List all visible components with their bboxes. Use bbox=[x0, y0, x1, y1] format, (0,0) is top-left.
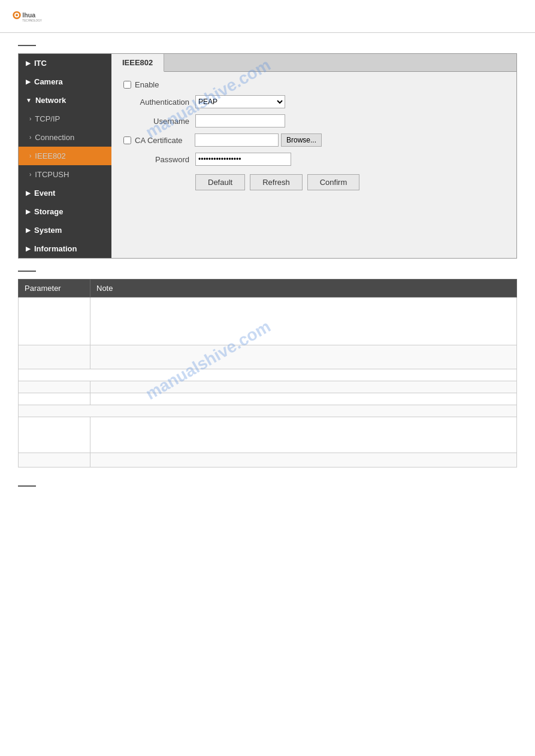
authentication-select[interactable]: PEAP TLS TTLS bbox=[195, 95, 285, 108]
username-label: Username bbox=[123, 117, 189, 126]
main-content: ▶ ITC ▶ Camera ▼ Network › TCP/IP › bbox=[0, 33, 535, 506]
sidebar-label-camera: Camera bbox=[34, 77, 63, 86]
sidebar: ▶ ITC ▶ Camera ▼ Network › TCP/IP › bbox=[19, 54, 111, 258]
sidebar-label-information: Information bbox=[34, 244, 77, 253]
enable-row: Enable bbox=[123, 80, 504, 89]
table-row bbox=[19, 297, 517, 345]
sidebar-label-ieee802: IEEE802 bbox=[35, 151, 65, 160]
sidebar-label-event: Event bbox=[34, 189, 55, 198]
sidebar-item-itcpush[interactable]: › ITCPUSH bbox=[19, 165, 111, 184]
sidebar-item-camera[interactable]: ▶ Camera bbox=[19, 72, 111, 91]
itcpush-arrow: › bbox=[29, 171, 31, 178]
action-buttons: Default Refresh Confirm bbox=[123, 174, 504, 190]
network-arrow: ▼ bbox=[26, 97, 32, 104]
tab-label: IEEE802 bbox=[122, 58, 153, 67]
header: lhua TECHNOLOGY bbox=[0, 0, 535, 33]
sidebar-label-storage: Storage bbox=[34, 207, 63, 216]
table-cell-param-5 bbox=[19, 405, 517, 417]
sidebar-item-connection[interactable]: › Connection bbox=[19, 128, 111, 147]
svg-point-2 bbox=[16, 14, 18, 16]
table-row bbox=[19, 393, 517, 405]
table-cell-param-1 bbox=[19, 345, 90, 369]
table-cell-param-6 bbox=[19, 417, 90, 453]
sidebar-item-tcpip[interactable]: › TCP/IP bbox=[19, 110, 111, 128]
table-cell-param-7 bbox=[19, 453, 90, 467]
connection-arrow: › bbox=[29, 134, 31, 141]
system-arrow: ▶ bbox=[26, 227, 31, 233]
table-cell-param-0 bbox=[19, 297, 90, 345]
sidebar-item-itc[interactable]: ▶ ITC bbox=[19, 54, 111, 72]
table-row bbox=[19, 369, 517, 381]
password-row: Password bbox=[123, 153, 504, 166]
sidebar-label-connection: Connection bbox=[35, 133, 74, 142]
table-cell-note-7 bbox=[90, 453, 517, 467]
table-row bbox=[19, 417, 517, 453]
sidebar-item-information[interactable]: ▶ Information bbox=[19, 239, 111, 258]
default-button[interactable]: Default bbox=[195, 174, 245, 190]
logo: lhua TECHNOLOGY bbox=[12, 6, 48, 28]
table-row bbox=[19, 405, 517, 417]
ca-certificate-row: CA Certificate Browse... bbox=[123, 133, 504, 147]
username-input[interactable] bbox=[195, 114, 285, 127]
ui-panel: ▶ ITC ▶ Camera ▼ Network › TCP/IP › bbox=[18, 53, 517, 259]
doc-table: Parameter Note bbox=[18, 279, 517, 467]
username-row: Username bbox=[123, 114, 504, 127]
table-cell-note-6 bbox=[90, 417, 517, 453]
camera-arrow: ▶ bbox=[26, 78, 31, 85]
refresh-button[interactable]: Refresh bbox=[250, 174, 303, 190]
table-cell-param-3 bbox=[19, 381, 90, 393]
confirm-button[interactable]: Confirm bbox=[307, 174, 360, 190]
ca-certificate-input[interactable] bbox=[195, 133, 279, 147]
table-cell-param-2 bbox=[19, 369, 517, 381]
ca-certificate-checkbox[interactable] bbox=[123, 136, 131, 144]
table-row bbox=[19, 453, 517, 467]
table-header-note: Note bbox=[90, 280, 517, 297]
tab-ieee802[interactable]: IEEE802 bbox=[111, 54, 164, 72]
divider-top bbox=[18, 45, 36, 46]
enable-checkbox[interactable] bbox=[123, 81, 131, 89]
browse-button[interactable]: Browse... bbox=[281, 133, 322, 147]
sidebar-label-network: Network bbox=[35, 96, 66, 105]
tcpip-arrow: › bbox=[29, 116, 31, 122]
ca-certificate-label: CA Certificate bbox=[135, 136, 189, 145]
sidebar-item-system[interactable]: ▶ System bbox=[19, 221, 111, 239]
sidebar-label-itc: ITC bbox=[34, 59, 47, 68]
table-cell-param-4 bbox=[19, 393, 90, 405]
table-header-param: Parameter bbox=[19, 280, 90, 297]
sidebar-item-event[interactable]: ▶ Event bbox=[19, 184, 111, 202]
authentication-label: Authentication bbox=[123, 98, 189, 107]
ui-panel-wrapper: ▶ ITC ▶ Camera ▼ Network › TCP/IP › bbox=[18, 53, 517, 271]
sidebar-label-itcpush: ITCPUSH bbox=[35, 170, 69, 179]
event-arrow: ▶ bbox=[26, 190, 31, 196]
divider-bottom bbox=[18, 485, 36, 487]
sidebar-item-network[interactable]: ▼ Network bbox=[19, 91, 111, 110]
form-area: Enable Authentication PEAP TLS TTLS User bbox=[111, 72, 516, 199]
ieee802-arrow: › bbox=[29, 153, 31, 159]
sidebar-label-tcpip: TCP/IP bbox=[35, 114, 60, 123]
tab-header: IEEE802 bbox=[111, 54, 516, 72]
table-row bbox=[19, 381, 517, 393]
sidebar-label-system: System bbox=[34, 226, 62, 235]
content-panel: IEEE802 Enable Authentication PEAP bbox=[111, 54, 516, 258]
table-cell-note-1 bbox=[90, 345, 517, 369]
password-input[interactable] bbox=[195, 153, 291, 166]
dahua-logo: lhua TECHNOLOGY bbox=[12, 6, 48, 28]
svg-text:TECHNOLOGY: TECHNOLOGY bbox=[22, 19, 42, 22]
storage-arrow: ▶ bbox=[26, 208, 31, 215]
svg-text:lhua: lhua bbox=[22, 11, 35, 19]
table-cell-note-4 bbox=[90, 393, 517, 405]
sidebar-item-storage[interactable]: ▶ Storage bbox=[19, 202, 111, 221]
sidebar-item-ieee802[interactable]: › IEEE802 bbox=[19, 147, 111, 165]
table-cell-note-3 bbox=[90, 381, 517, 393]
table-row bbox=[19, 345, 517, 369]
authentication-row: Authentication PEAP TLS TTLS bbox=[123, 95, 504, 108]
table-cell-note-0 bbox=[90, 297, 517, 345]
password-label: Password bbox=[123, 155, 189, 164]
enable-label: Enable bbox=[135, 80, 159, 89]
itc-arrow: ▶ bbox=[26, 60, 31, 66]
divider-mid bbox=[18, 271, 36, 272]
information-arrow: ▶ bbox=[26, 245, 31, 252]
